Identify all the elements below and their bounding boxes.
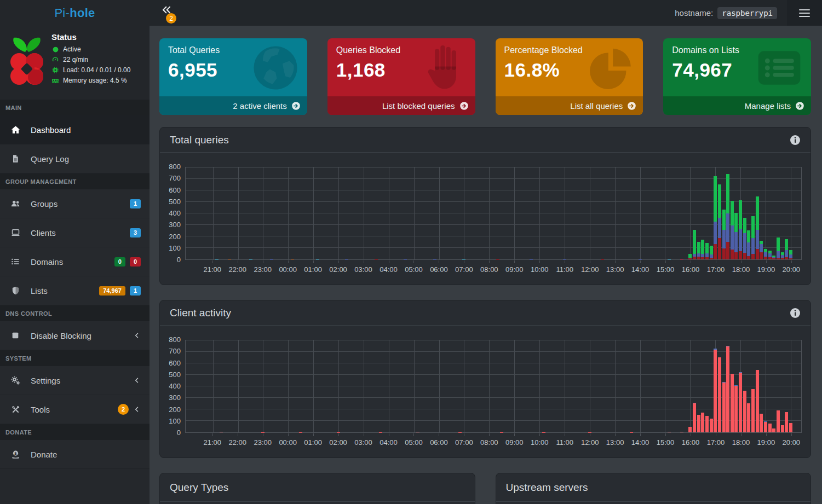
query-bar[interactable] (316, 259, 319, 259)
query-bar[interactable] (772, 428, 775, 432)
sidebar-item-disable-blocking[interactable]: Disable Blocking (0, 321, 150, 350)
query-bar[interactable] (747, 230, 750, 259)
query-bar[interactable] (739, 200, 742, 259)
gridline (590, 340, 590, 432)
card-footer-link[interactable]: List all queries (496, 96, 643, 115)
card-footer-link[interactable]: 2 active clients (159, 96, 307, 115)
x-tick-label: 09:00 (505, 438, 524, 447)
query-bar[interactable] (731, 201, 734, 259)
sidebar-item-settings[interactable]: Settings (0, 366, 150, 395)
query-bar[interactable] (710, 419, 713, 432)
query-bar[interactable] (764, 249, 767, 259)
query-bar[interactable] (785, 239, 788, 259)
query-bar[interactable] (726, 174, 729, 259)
query-bar[interactable] (462, 259, 465, 259)
query-bar[interactable] (688, 254, 692, 259)
query-bar[interactable] (215, 259, 219, 259)
sidebar-item-query-log[interactable]: Query Log (0, 144, 150, 173)
query-bar[interactable] (722, 382, 726, 432)
query-bar[interactable] (789, 250, 792, 259)
query-bar[interactable] (680, 259, 683, 259)
bar-segment-top-green (731, 201, 734, 226)
bar-segment-client-red (668, 432, 671, 432)
query-bar[interactable] (718, 184, 721, 259)
bar-segment-top-green (747, 230, 750, 242)
query-bar[interactable] (688, 427, 692, 432)
chip-icon (51, 66, 59, 74)
query-bar[interactable] (249, 259, 252, 259)
gridline (565, 167, 565, 259)
query-bar[interactable] (220, 432, 223, 432)
query-bar[interactable] (697, 415, 700, 432)
query-bar[interactable] (416, 432, 419, 432)
query-bar[interactable] (751, 216, 755, 259)
sidebar-item-dashboard[interactable]: Dashboard (0, 115, 150, 144)
info-icon[interactable] (790, 308, 801, 318)
sidebar-item-groups[interactable]: Groups1 (0, 189, 150, 218)
query-bar[interactable] (781, 252, 784, 259)
query-bar[interactable] (734, 385, 738, 432)
query-bar[interactable] (668, 259, 671, 259)
sidebar-item-domains[interactable]: Domains00 (0, 247, 150, 276)
query-bar[interactable] (768, 251, 772, 259)
query-bar[interactable] (693, 403, 696, 432)
query-bar[interactable] (756, 370, 759, 432)
update-count-badge[interactable]: 2 (166, 13, 176, 24)
query-bar[interactable] (291, 259, 294, 259)
query-bar[interactable] (734, 213, 738, 259)
gridline (690, 167, 691, 259)
bar-segment-client-red (416, 432, 419, 432)
query-bar[interactable] (228, 259, 231, 259)
query-bar[interactable] (668, 432, 671, 432)
query-bar[interactable] (772, 256, 775, 259)
query-bar[interactable] (777, 237, 780, 259)
query-bar[interactable] (747, 403, 750, 432)
query-bar[interactable] (731, 374, 734, 432)
query-bar[interactable] (751, 389, 755, 432)
sidebar-item-donate[interactable]: $Donate (0, 440, 150, 469)
query-bar[interactable] (714, 349, 717, 432)
query-bar[interactable] (705, 416, 709, 432)
sidebar-item-clients[interactable]: Clients3 (0, 218, 150, 247)
query-bar[interactable] (785, 412, 788, 432)
query-bar[interactable] (693, 230, 696, 259)
query-bar[interactable] (722, 210, 726, 259)
sidebar-item-tools[interactable]: Tools2 (0, 395, 150, 424)
app-logo[interactable]: Pi-hole (0, 0, 150, 26)
bar-segment-client-red (734, 386, 738, 432)
query-bar[interactable] (705, 243, 709, 259)
query-bar[interactable] (743, 218, 746, 260)
card-footer-link[interactable]: List blocked queries (327, 96, 475, 115)
query-bar[interactable] (760, 414, 763, 432)
query-bar[interactable] (760, 241, 763, 259)
axis-tick (464, 433, 464, 436)
panel-title: Upstream servers (506, 482, 588, 494)
query-bar[interactable] (710, 246, 713, 259)
gridline (766, 167, 766, 259)
query-bar[interactable] (789, 423, 792, 432)
status-box: Status Active22 q/minLoad: 0.04 / 0.01 /… (0, 26, 150, 100)
card-footer-link[interactable]: Manage lists (663, 96, 811, 115)
query-bar[interactable] (697, 242, 700, 259)
query-bar[interactable] (768, 424, 772, 432)
hamburger-menu-button[interactable] (787, 0, 822, 26)
gridline (514, 167, 515, 259)
query-bar[interactable] (714, 176, 717, 259)
circle-arrow-icon (795, 101, 804, 111)
x-tick-label: 20:00 (783, 438, 801, 447)
query-bar[interactable] (701, 240, 704, 259)
query-bar[interactable] (680, 432, 683, 432)
query-bar[interactable] (701, 413, 704, 432)
query-bar[interactable] (764, 421, 767, 432)
query-bar[interactable] (726, 346, 729, 432)
query-bar[interactable] (756, 196, 759, 259)
query-bar[interactable] (781, 425, 784, 432)
info-icon[interactable] (790, 135, 801, 146)
sidebar-item-lists[interactable]: Lists74,9671 (0, 276, 150, 305)
query-bar[interactable] (739, 372, 742, 432)
query-bar[interactable] (777, 410, 780, 432)
query-bar[interactable] (718, 357, 721, 432)
axis-tick (238, 260, 238, 263)
query-bar[interactable] (743, 391, 746, 432)
gridline (288, 167, 289, 259)
